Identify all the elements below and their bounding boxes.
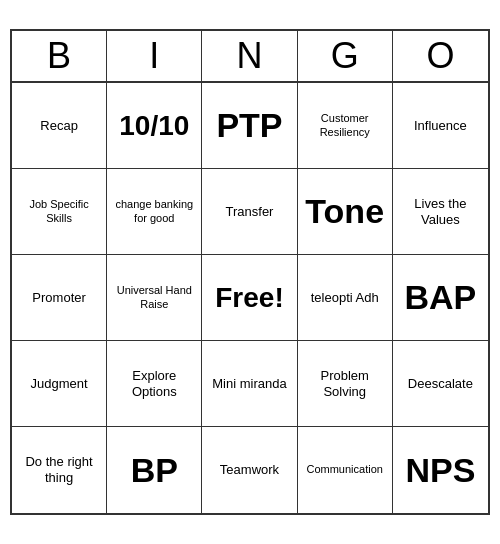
cell-13: teleopti Adh [298, 255, 393, 341]
cell-6: change banking for good [107, 169, 202, 255]
bingo-card: BINGO Recap10/10PTPCustomer ResiliencyIn… [10, 29, 490, 515]
header-letter-N: N [202, 31, 297, 81]
header-letter-O: O [393, 31, 488, 81]
cell-17: Mini miranda [202, 341, 297, 427]
bingo-grid: Recap10/10PTPCustomer ResiliencyInfluenc… [12, 83, 488, 513]
cell-3: Customer Resiliency [298, 83, 393, 169]
cell-24: NPS [393, 427, 488, 513]
bingo-header: BINGO [12, 31, 488, 83]
cell-14: BAP [393, 255, 488, 341]
cell-23: Communication [298, 427, 393, 513]
cell-15: Judgment [12, 341, 107, 427]
cell-7: Transfer [202, 169, 297, 255]
cell-5: Job Specific Skills [12, 169, 107, 255]
cell-16: Explore Options [107, 341, 202, 427]
header-letter-I: I [107, 31, 202, 81]
cell-8: Tone [298, 169, 393, 255]
cell-11: Universal Hand Raise [107, 255, 202, 341]
cell-22: Teamwork [202, 427, 297, 513]
cell-20: Do the right thing [12, 427, 107, 513]
cell-2: PTP [202, 83, 297, 169]
cell-4: Influence [393, 83, 488, 169]
cell-0: Recap [12, 83, 107, 169]
header-letter-G: G [298, 31, 393, 81]
cell-1: 10/10 [107, 83, 202, 169]
cell-18: Problem Solving [298, 341, 393, 427]
cell-10: Promoter [12, 255, 107, 341]
cell-12: Free! [202, 255, 297, 341]
header-letter-B: B [12, 31, 107, 81]
cell-9: Lives the Values [393, 169, 488, 255]
cell-21: BP [107, 427, 202, 513]
cell-19: Deescalate [393, 341, 488, 427]
